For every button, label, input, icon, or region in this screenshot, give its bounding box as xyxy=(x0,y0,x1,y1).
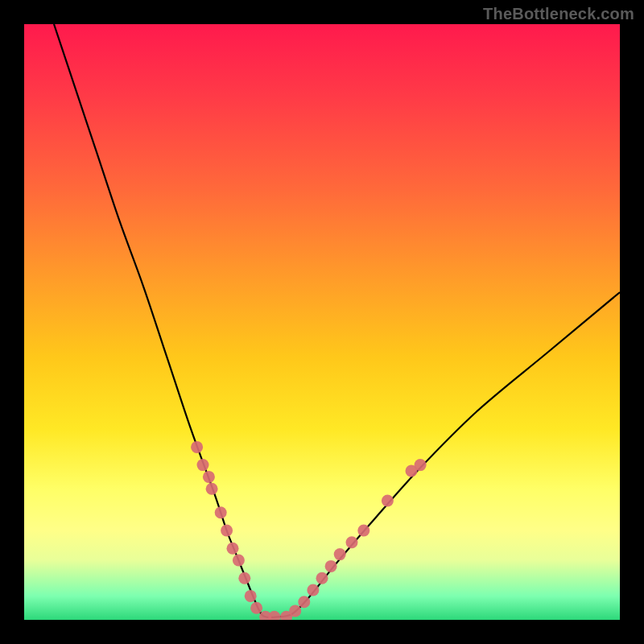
marker-dot xyxy=(250,602,262,614)
marker-dot xyxy=(298,596,310,608)
chart-svg xyxy=(24,24,620,620)
marker-dot xyxy=(203,471,215,483)
marker-dot xyxy=(227,543,239,555)
marker-dot xyxy=(197,459,209,471)
marker-dot xyxy=(238,572,250,584)
plot-area xyxy=(24,24,620,620)
attribution-watermark: TheBottleneck.com xyxy=(483,5,634,23)
marker-dot xyxy=(245,590,257,602)
marker-dot xyxy=(382,495,394,507)
marker-dot xyxy=(316,572,328,584)
marker-dot xyxy=(346,536,358,548)
bottleneck-curve xyxy=(54,24,620,617)
marker-dot xyxy=(191,441,203,453)
marker-dot xyxy=(215,506,227,518)
marker-dot xyxy=(289,605,301,617)
marker-dot xyxy=(334,548,346,560)
marker-dot xyxy=(221,525,233,537)
marker-dot xyxy=(206,483,218,495)
marker-dot xyxy=(233,555,245,567)
highlight-dots xyxy=(191,441,426,620)
marker-dot xyxy=(268,611,280,620)
marker-dot xyxy=(325,560,337,572)
marker-dot xyxy=(357,525,369,537)
marker-dot xyxy=(415,459,427,471)
marker-dot xyxy=(307,584,319,597)
